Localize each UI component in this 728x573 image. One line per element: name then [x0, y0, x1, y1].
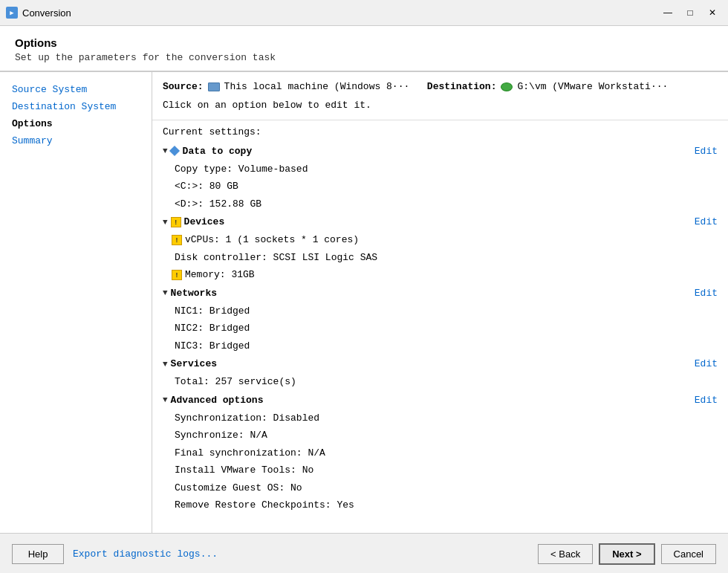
title-bar: ▶ Conversion — □ ✕: [0, 0, 728, 26]
warning-icon-memory: !: [172, 270, 182, 280]
source-machine-icon: [208, 82, 220, 91]
maximize-button[interactable]: □: [680, 5, 700, 20]
collapse-arrow-networks[interactable]: ▼: [163, 288, 168, 297]
sidebar-item-destination-system[interactable]: Destination System: [0, 98, 152, 115]
close-button[interactable]: ✕: [703, 5, 722, 20]
networks-item-1: NIC2: Bridged: [152, 320, 728, 337]
source-destination-row: Source: This local machine (Windows 8···…: [163, 80, 718, 95]
devices-item-0: ! vCPUs: 1 (1 sockets * 1 cores): [152, 231, 728, 249]
next-button[interactable]: Next >: [599, 543, 654, 565]
data-item-1: <C:>: 80 GB: [152, 178, 728, 195]
app-icon: ▶: [6, 7, 18, 19]
edit-link-advanced[interactable]: Edit: [695, 395, 718, 406]
data-item-0: Copy type: Volume-based: [152, 161, 728, 178]
section-left-advanced: ▼ Advanced options: [163, 395, 263, 406]
main-layout: Source System Destination System Options…: [0, 71, 728, 533]
advanced-item-1: Synchronize: N/A: [152, 427, 728, 444]
collapse-arrow-advanced[interactable]: ▼: [163, 395, 168, 404]
collapse-arrow-data[interactable]: ▼: [163, 146, 168, 155]
edit-link-devices[interactable]: Edit: [695, 216, 718, 227]
section-title-services: Services: [171, 358, 217, 369]
settings-wrapper: Current settings: ▼ Data to copy Edit Co…: [152, 120, 728, 533]
advanced-item-4: Customize Guest OS: No: [152, 479, 728, 497]
services-item-0: Total: 257 service(s): [152, 373, 728, 391]
diamond-icon: [169, 146, 180, 156]
section-title-devices: Devices: [184, 216, 225, 227]
export-logs-link[interactable]: Export diagnostic logs...: [73, 548, 218, 560]
edit-link-networks[interactable]: Edit: [695, 288, 718, 299]
settings-scroll[interactable]: Current settings: ▼ Data to copy Edit Co…: [152, 120, 728, 533]
destination-value: G:\vm (VMware Workstati···: [517, 80, 668, 95]
section-advanced-header: ▼ Advanced options Edit: [152, 391, 728, 409]
bottom-bar: Help Export diagnostic logs... < Back Ne…: [0, 533, 728, 573]
section-left-services: ▼ Services: [163, 358, 217, 369]
sidebar-item-options: Options: [0, 115, 152, 132]
warning-icon-devices: !: [171, 217, 181, 227]
section-left-devices: ▼ ! Devices: [163, 216, 224, 227]
collapse-arrow-devices[interactable]: ▼: [163, 218, 168, 227]
edit-link-services[interactable]: Edit: [695, 358, 718, 369]
sidebar-item-summary[interactable]: Summary: [0, 132, 152, 149]
collapse-arrow-services[interactable]: ▼: [163, 360, 168, 369]
devices-item-1: Disk controller: SCSI LSI Logic SAS: [152, 249, 728, 267]
bottom-left: Help Export diagnostic logs...: [12, 544, 218, 564]
data-item-2: <D:>: 152.88 GB: [152, 195, 728, 213]
minimize-button[interactable]: —: [658, 5, 677, 20]
advanced-item-3: Install VMware Tools: No: [152, 462, 728, 479]
networks-item-2: NIC3: Bridged: [152, 337, 728, 355]
section-services-header: ▼ Services Edit: [152, 355, 728, 373]
content-area: Source: This local machine (Windows 8···…: [152, 72, 728, 533]
destination-icon: [501, 82, 513, 91]
sidebar: Source System Destination System Options…: [0, 72, 152, 533]
cancel-button[interactable]: Cancel: [661, 544, 716, 564]
advanced-item-0: Synchronization: Disabled: [152, 409, 728, 427]
source-label: Source:: [163, 80, 204, 95]
advanced-item-5: Remove Restore Checkpoints: Yes: [152, 496, 728, 514]
advanced-item-2: Final synchronization: N/A: [152, 444, 728, 462]
source-value: This local machine (Windows 8···: [224, 80, 410, 95]
help-button[interactable]: Help: [12, 544, 64, 564]
destination-label: Destination:: [427, 80, 497, 95]
page-subtitle: Set up the parameters for the conversion…: [15, 52, 713, 63]
section-left: ▼ Data to copy: [163, 146, 252, 157]
page-header: Options Set up the parameters for the co…: [0, 26, 728, 71]
warning-icon-vcpu: !: [172, 235, 182, 245]
section-title-networks: Networks: [171, 288, 217, 299]
title-bar-left: ▶ Conversion: [6, 7, 71, 19]
sidebar-item-source-system[interactable]: Source System: [0, 81, 152, 98]
app-title: Conversion: [22, 7, 71, 19]
page-title: Options: [15, 36, 713, 49]
devices-item-2: ! Memory: 31GB: [152, 266, 728, 284]
networks-item-0: NIC1: Bridged: [152, 302, 728, 320]
settings-title: Current settings:: [152, 120, 728, 142]
edit-link-data[interactable]: Edit: [695, 146, 718, 157]
title-bar-controls: — □ ✕: [658, 5, 722, 20]
section-left-networks: ▼ Networks: [163, 288, 217, 299]
section-title-data: Data to copy: [183, 146, 253, 157]
section-data-to-copy-header: ▼ Data to copy Edit: [152, 142, 728, 161]
section-networks-header: ▼ Networks Edit: [152, 284, 728, 302]
section-devices-header: ▼ ! Devices Edit: [152, 213, 728, 231]
section-title-advanced: Advanced options: [171, 395, 264, 406]
back-button[interactable]: < Back: [538, 544, 593, 564]
instruction-text: Click on an option below to edit it.: [163, 98, 718, 114]
bottom-right: < Back Next > Cancel: [538, 543, 716, 565]
top-bar: Source: This local machine (Windows 8···…: [152, 72, 728, 120]
